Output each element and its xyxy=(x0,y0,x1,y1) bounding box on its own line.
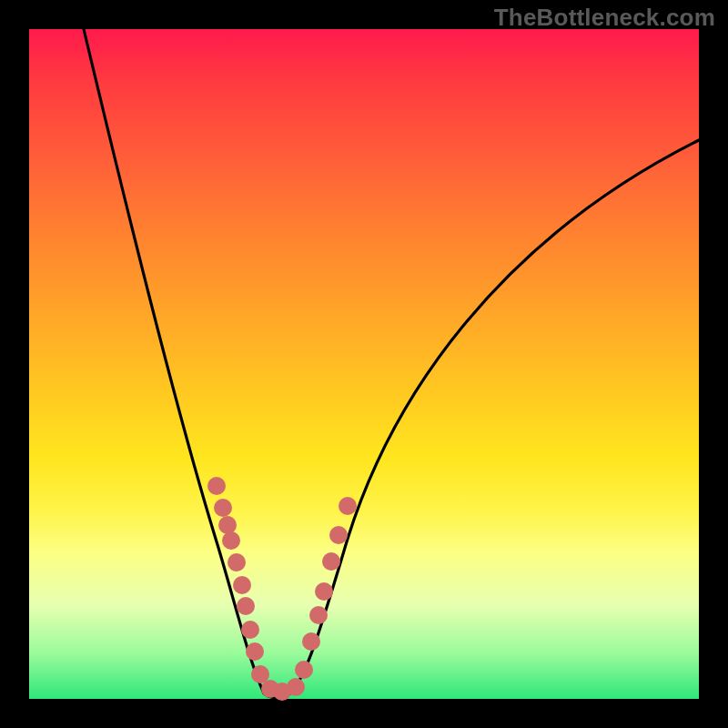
highlight-marker xyxy=(222,531,240,550)
highlight-marker xyxy=(246,642,264,661)
watermark-text: TheBottleneck.com xyxy=(494,4,715,32)
highlight-marker xyxy=(329,526,348,544)
highlight-marker xyxy=(339,497,357,515)
highlight-marker xyxy=(207,477,226,495)
curve-right-branch xyxy=(284,140,699,697)
highlight-marker xyxy=(287,678,305,696)
highlight-marker xyxy=(241,621,259,639)
highlight-marker xyxy=(295,661,313,679)
chart-frame: TheBottleneck.com xyxy=(0,0,728,728)
highlight-marker xyxy=(214,499,232,517)
chart-svg xyxy=(29,29,699,699)
curve-left-branch xyxy=(84,29,284,698)
highlight-marker xyxy=(315,582,333,601)
highlight-marker xyxy=(233,576,251,594)
highlight-marker xyxy=(218,516,237,534)
highlight-marker xyxy=(237,597,255,615)
highlight-marker xyxy=(322,552,340,571)
highlight-marker xyxy=(309,606,328,624)
highlight-marker xyxy=(302,632,320,651)
highlight-marker xyxy=(228,553,246,571)
